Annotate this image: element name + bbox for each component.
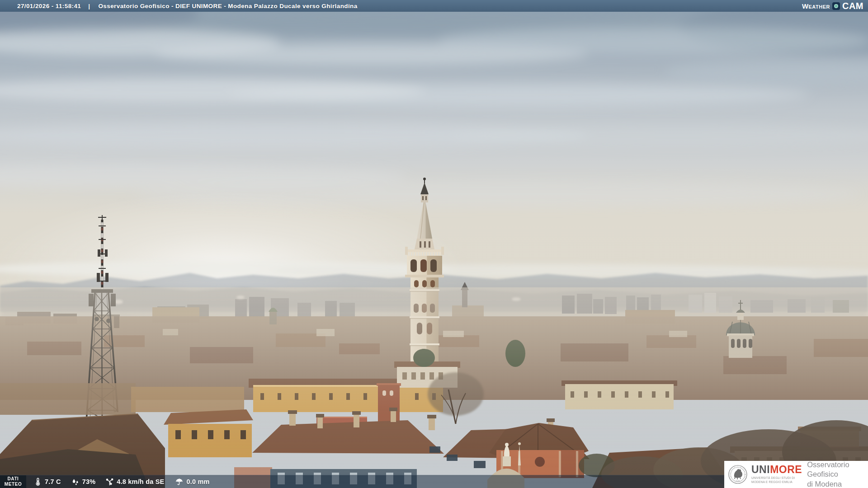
wind-icon [105,478,114,486]
dati-meteo-label: DATI METEO [0,475,26,488]
unimore-wordmark: UNIMORE UNIVERSITÀ DEGLI STUDI DI MODENA… [751,465,802,484]
webcam-photo [0,0,868,488]
observatory-name: Osservatorio Geofisico di Modena [807,460,868,488]
rain-reading: 0.0 mm [175,478,209,486]
temperature-reading: 7.7 C [33,478,61,486]
observatory-name-line2: di Modena [807,479,868,488]
wind-value: 4.8 km/h da SE [117,478,164,485]
thermometer-icon [33,478,42,486]
weathercam-logo-weather: Weather [802,2,830,10]
humidity-reading: 73% [71,478,96,486]
unimore-brand-box: 1175 UNIMORE UNIVERSITÀ DEGLI STUDI DI M… [724,461,868,488]
crest-year: 1175 [736,480,740,482]
dati-meteo-line2: METEO [5,482,22,487]
humidity-icon [71,478,80,486]
webcam-frame: 27/01/2026 - 11:58:41 | Osservatorio Geo… [0,0,868,488]
weathercam-logo: Weather CAM [802,1,863,11]
university-subtitle-line1: UNIVERSITÀ DEGLI STUDI DI [751,476,802,480]
top-bar: 27/01/2026 - 11:58:41 | Osservatorio Geo… [0,0,868,12]
title-separator: | [88,3,90,9]
dati-meteo-line1: DATI [8,476,19,482]
university-subtitle-line2: MODENA E REGGIO EMILIA [751,480,802,484]
weathercam-logo-cam: CAM [842,1,863,11]
observatory-name-line1: Osservatorio Geofisico [807,460,868,479]
unimore-acronym-red: MORE [770,464,802,475]
weathercam-icon-dot [834,4,838,8]
wind-reading: 4.8 km/h da SE [105,478,164,486]
atmospheric-haze [0,287,868,488]
unimore-crest: 1175 [727,463,748,486]
timestamp: 27/01/2026 - 11:58:41 [17,3,81,9]
university-subtitle: UNIVERSITÀ DEGLI STUDI DI MODENA E REGGI… [751,476,802,484]
rain-icon [175,478,184,486]
rain-value: 0.0 mm [186,478,209,485]
humidity-value: 73% [82,478,96,485]
weathercam-icon [832,2,840,10]
camera-title: Osservatorio Geofisico - DIEF UNIMORE - … [98,3,357,9]
temperature-value: 7.7 C [45,478,61,485]
unimore-acronym-gray: UNI [751,464,770,475]
